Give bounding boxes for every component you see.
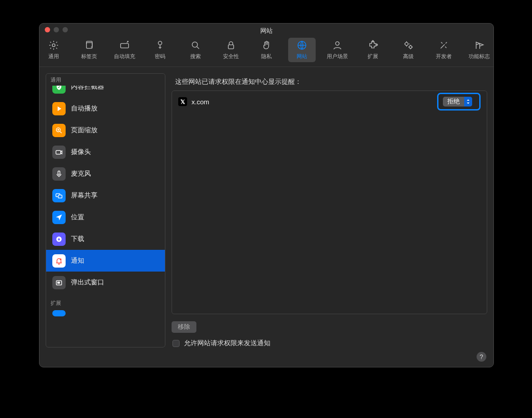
autofill-icon — [119, 39, 130, 51]
help-button[interactable]: ? — [477, 352, 486, 362]
sidebar-item-label: 页面缩放 — [71, 126, 98, 134]
svg-point-7 — [336, 42, 339, 45]
screens-icon — [52, 189, 66, 202]
content-area: 通用 内容拦截器自动播放页面缩放摄像头麦克风屏幕共享位置下载通知弹出式窗口扩展 … — [39, 67, 493, 352]
preferences-toolbar: 通用 标签页 自动填充 密码 搜索 安全性 隐私 网站 — [39, 36, 493, 67]
bell-icon — [52, 254, 66, 268]
tools-icon — [438, 39, 450, 51]
toolbar-tab-label: 功能标志 — [469, 53, 490, 60]
toolbar-tab-advanced[interactable]: 高级 — [395, 38, 422, 62]
sidebar-item-microphone[interactable]: 麦克风 — [46, 163, 165, 185]
toolbar-tab-label: 搜索 — [190, 53, 201, 60]
sidebar-item-downloads[interactable]: 下载 — [46, 228, 165, 250]
website-row[interactable]: 𝕏 x.com 拒绝 — [172, 91, 487, 112]
toolbar-tab-autofill[interactable]: 自动填充 — [111, 38, 138, 62]
remove-button[interactable]: 移除 — [172, 321, 196, 333]
toolbar-tab-general[interactable]: 通用 — [40, 38, 67, 62]
key-icon — [154, 39, 166, 51]
sidebar-item-screen-share[interactable]: 屏幕共享 — [46, 185, 165, 206]
sidebar-item-notifications[interactable]: 通知 — [46, 250, 165, 272]
detail-footer: 移除 允许网站请求权限来发送通知 — [172, 314, 487, 347]
toolbar-tab-label: 隐私 — [261, 53, 272, 60]
globe-icon — [296, 39, 308, 51]
sidebar-item-location[interactable]: 位置 — [46, 206, 165, 228]
sidebar-scroll[interactable]: 内容拦截器自动播放页面缩放摄像头麦克风屏幕共享位置下载通知弹出式窗口扩展 — [46, 86, 165, 347]
person-icon — [332, 39, 343, 51]
sidebar-section-general: 通用 — [46, 74, 165, 86]
sidebar-item-autoplay[interactable]: 自动播放 — [46, 98, 165, 119]
popup-icon — [52, 276, 66, 289]
gear-icon — [48, 39, 59, 51]
sidebar-item-popups[interactable]: 弹出式窗口 — [46, 272, 165, 293]
toolbar-tab-label: 密码 — [155, 53, 165, 60]
svg-point-0 — [52, 44, 55, 47]
toolbar-tab-label: 高级 — [403, 53, 414, 60]
sidebar-item-camera[interactable]: 摄像头 — [46, 141, 165, 163]
minimize-window-button[interactable] — [54, 27, 59, 32]
hand-icon — [261, 39, 272, 51]
zoom-icon — [52, 124, 66, 137]
sidebar-item-page-zoom[interactable]: 页面缩放 — [46, 119, 165, 141]
toolbar-tab-search[interactable]: 搜索 — [182, 38, 209, 62]
allow-request-label: 允许网站请求权限来发送通知 — [184, 339, 270, 347]
toolbar-tab-websites[interactable]: 网站 — [288, 38, 316, 62]
svg-point-11 — [409, 46, 412, 48]
permission-value: 拒绝 — [443, 98, 464, 106]
window-footer: ? — [39, 352, 493, 367]
toolbar-tab-label: 安全性 — [223, 53, 239, 60]
preferences-window: 网站 通用 标签页 自动填充 密码 搜索 安全性 隐私 — [39, 23, 494, 367]
svg-rect-1 — [86, 43, 92, 48]
chevron-up-down-icon — [464, 97, 472, 106]
svg-rect-5 — [228, 45, 234, 49]
svg-rect-2 — [121, 43, 129, 48]
sidebar-item-label: 摄像头 — [71, 148, 91, 156]
search-icon — [190, 39, 201, 51]
maximize-window-button[interactable] — [63, 27, 68, 32]
puzzle-icon — [367, 39, 379, 51]
sidebar-item-extension-peek[interactable] — [46, 309, 165, 318]
traffic-lights — [45, 27, 68, 32]
website-name: x.com — [192, 98, 209, 106]
mic-icon — [52, 167, 66, 181]
toolbar-tab-developer[interactable]: 开发者 — [430, 38, 458, 62]
detail-pane: 这些网站已请求权限在通知中心显示提醒： 𝕏 x.com 拒绝 — [172, 73, 487, 347]
extension-icon — [52, 310, 66, 316]
lock-icon — [225, 39, 237, 51]
camera-icon — [52, 146, 66, 159]
website-favicon: 𝕏 — [178, 97, 187, 106]
sidebar-item-label: 下载 — [71, 235, 84, 243]
sidebar-item-label: 内容拦截器 — [71, 86, 104, 91]
svg-point-3 — [158, 41, 162, 45]
window-title: 网站 — [39, 24, 493, 35]
detail-description: 这些网站已请求权限在通知中心显示提醒： — [172, 73, 487, 91]
toolbar-tab-label: 网站 — [297, 53, 307, 60]
tabs-icon — [83, 39, 95, 51]
toolbar-tab-label: 扩展 — [368, 53, 378, 60]
svg-point-9 — [376, 44, 377, 45]
toolbar-tab-label: 通用 — [48, 53, 59, 60]
toolbar-tab-extensions[interactable]: 扩展 — [359, 38, 387, 62]
sidebar-item-label: 通知 — [71, 256, 84, 265]
svg-point-4 — [192, 42, 198, 47]
svg-point-8 — [372, 40, 373, 42]
sidebar-section-extensions: 扩展 — [46, 293, 165, 309]
sidebar-item-label: 自动播放 — [71, 104, 98, 113]
toolbar-tab-passwords[interactable]: 密码 — [146, 38, 174, 62]
sidebar-item-content-blockers[interactable]: 内容拦截器 — [46, 86, 165, 98]
toolbar-tab-profiles[interactable]: 用户场景 — [324, 38, 351, 62]
svg-rect-13 — [56, 150, 61, 154]
toolbar-tab-feature-flags[interactable]: 功能标志 — [466, 38, 493, 62]
svg-rect-20 — [57, 281, 60, 284]
permission-highlight: 拒绝 — [437, 93, 481, 110]
close-window-button[interactable] — [45, 27, 50, 32]
download-icon — [52, 233, 66, 246]
websites-list: 𝕏 x.com 拒绝 — [172, 91, 487, 314]
allow-request-checkbox[interactable] — [172, 340, 180, 347]
sidebar-item-label: 位置 — [71, 213, 84, 221]
toolbar-tab-security[interactable]: 安全性 — [217, 38, 245, 62]
svg-rect-14 — [58, 171, 60, 174]
toolbar-tab-tabs[interactable]: 标签页 — [75, 38, 103, 62]
allow-request-row[interactable]: 允许网站请求权限来发送通知 — [172, 339, 487, 347]
permission-select[interactable]: 拒绝 — [443, 97, 472, 106]
toolbar-tab-privacy[interactable]: 隐私 — [253, 38, 280, 62]
